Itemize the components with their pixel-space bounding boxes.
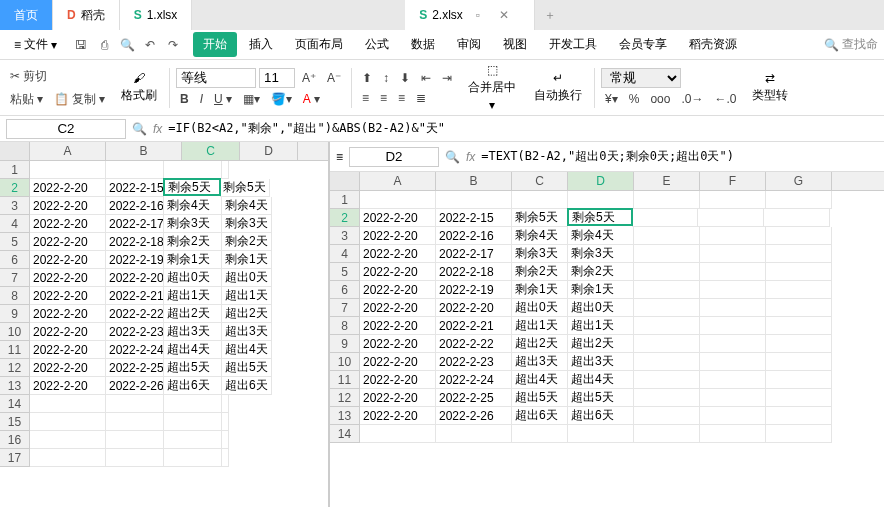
- bold-button[interactable]: B: [176, 90, 193, 108]
- align-right-icon[interactable]: ≡: [394, 89, 409, 107]
- row-header[interactable]: 4: [0, 215, 30, 233]
- cell[interactable]: [436, 191, 512, 209]
- ribbon-tab-start[interactable]: 开始: [193, 32, 237, 57]
- cell[interactable]: 剩余3天: [568, 245, 634, 263]
- copy-button[interactable]: 📋复制▾: [50, 89, 109, 110]
- cell[interactable]: [766, 389, 832, 407]
- row-header[interactable]: 5: [0, 233, 30, 251]
- row-header[interactable]: 7: [330, 299, 360, 317]
- cell[interactable]: [700, 407, 766, 425]
- cell[interactable]: [634, 371, 700, 389]
- cell[interactable]: [222, 161, 229, 179]
- cell[interactable]: [700, 389, 766, 407]
- cell[interactable]: 超出3天: [568, 353, 634, 371]
- col-header[interactable]: C: [512, 172, 568, 190]
- cell[interactable]: [106, 395, 164, 413]
- cell[interactable]: [512, 425, 568, 443]
- print-icon[interactable]: ⎙: [94, 35, 114, 55]
- currency-icon[interactable]: ¥▾: [601, 90, 622, 108]
- cell[interactable]: 剩余2天: [222, 233, 272, 251]
- cell[interactable]: 剩余4天: [222, 197, 272, 215]
- cell[interactable]: 超出2天: [222, 305, 272, 323]
- row-header[interactable]: 13: [330, 407, 360, 425]
- cell[interactable]: [700, 299, 766, 317]
- cell[interactable]: 2022-2-20: [30, 359, 106, 377]
- cell[interactable]: [766, 281, 832, 299]
- cell[interactable]: 2022-2-20: [106, 269, 164, 287]
- menu-icon[interactable]: ≡: [336, 150, 343, 164]
- percent-icon[interactable]: %: [625, 90, 644, 108]
- cell[interactable]: 剩余2天: [512, 263, 568, 281]
- cell[interactable]: 2022-2-15: [436, 209, 512, 227]
- select-all-right[interactable]: [330, 172, 360, 190]
- cell[interactable]: 2022-2-20: [360, 335, 436, 353]
- cell[interactable]: [766, 299, 832, 317]
- cell[interactable]: [634, 263, 700, 281]
- undo-icon[interactable]: ↶: [140, 35, 160, 55]
- cell[interactable]: 2022-2-18: [436, 263, 512, 281]
- cell[interactable]: 2022-2-20: [30, 269, 106, 287]
- cell[interactable]: 2022-2-19: [436, 281, 512, 299]
- tab-popout-icon[interactable]: ▫: [468, 5, 488, 25]
- cell[interactable]: 2022-2-20: [30, 341, 106, 359]
- cell[interactable]: [106, 161, 164, 179]
- cell[interactable]: [30, 449, 106, 467]
- cell[interactable]: 2022-2-16: [106, 197, 164, 215]
- fill-color-button[interactable]: 🪣▾: [267, 90, 296, 108]
- row-header[interactable]: 8: [330, 317, 360, 335]
- cell[interactable]: [700, 353, 766, 371]
- cell[interactable]: 2022-2-23: [106, 323, 164, 341]
- align-top-icon[interactable]: ⬆: [358, 69, 376, 87]
- cell[interactable]: [164, 431, 222, 449]
- cell[interactable]: [634, 191, 700, 209]
- cell[interactable]: 2022-2-20: [30, 179, 106, 197]
- cell[interactable]: 剩余1天: [512, 281, 568, 299]
- name-box-right[interactable]: [349, 147, 439, 167]
- cell[interactable]: 2022-2-20: [360, 371, 436, 389]
- cell[interactable]: 2022-2-20: [360, 245, 436, 263]
- cell[interactable]: 2022-2-20: [360, 209, 436, 227]
- row-header[interactable]: 7: [0, 269, 30, 287]
- cell[interactable]: 2022-2-16: [436, 227, 512, 245]
- cell[interactable]: 超出3天: [164, 323, 222, 341]
- cell[interactable]: 剩余2天: [568, 263, 634, 281]
- cell[interactable]: [634, 389, 700, 407]
- align-justify-icon[interactable]: ≣: [412, 89, 430, 107]
- cell[interactable]: [632, 209, 698, 227]
- cell[interactable]: 超出5天: [164, 359, 222, 377]
- cell[interactable]: [700, 281, 766, 299]
- cell[interactable]: [766, 263, 832, 281]
- ribbon-tab-view[interactable]: 视图: [493, 32, 537, 57]
- cell[interactable]: [766, 317, 832, 335]
- border-button[interactable]: ▦▾: [239, 90, 264, 108]
- cell[interactable]: 2022-2-20: [360, 317, 436, 335]
- cell[interactable]: 超出0天: [568, 299, 634, 317]
- row-header[interactable]: 11: [330, 371, 360, 389]
- cell[interactable]: [700, 335, 766, 353]
- cell[interactable]: 2022-2-23: [436, 353, 512, 371]
- row-header[interactable]: 14: [0, 395, 30, 413]
- cell[interactable]: 2022-2-19: [106, 251, 164, 269]
- cell[interactable]: [634, 425, 700, 443]
- row-header[interactable]: 1: [330, 191, 360, 209]
- row-header[interactable]: 17: [0, 449, 30, 467]
- cell[interactable]: 超出6天: [568, 407, 634, 425]
- row-header[interactable]: 10: [330, 353, 360, 371]
- cell[interactable]: 超出4天: [512, 371, 568, 389]
- row-header[interactable]: 4: [330, 245, 360, 263]
- cell[interactable]: 2022-2-20: [30, 197, 106, 215]
- align-left-icon[interactable]: ≡: [358, 89, 373, 107]
- dec-decimal-icon[interactable]: ←.0: [710, 90, 740, 108]
- col-header[interactable]: D: [240, 142, 298, 160]
- row-header[interactable]: 11: [0, 341, 30, 359]
- row-header[interactable]: 15: [0, 413, 30, 431]
- merge-center-button[interactable]: ⬚合并居中▾: [462, 61, 522, 114]
- cell[interactable]: 超出2天: [568, 335, 634, 353]
- indent-right-icon[interactable]: ⇥: [438, 69, 456, 87]
- cell[interactable]: 2022-2-17: [106, 215, 164, 233]
- row-header[interactable]: 9: [0, 305, 30, 323]
- zoom-out-icon[interactable]: 🔍: [132, 122, 147, 136]
- cell[interactable]: [766, 425, 832, 443]
- cell[interactable]: [222, 413, 229, 431]
- ribbon-tab-review[interactable]: 审阅: [447, 32, 491, 57]
